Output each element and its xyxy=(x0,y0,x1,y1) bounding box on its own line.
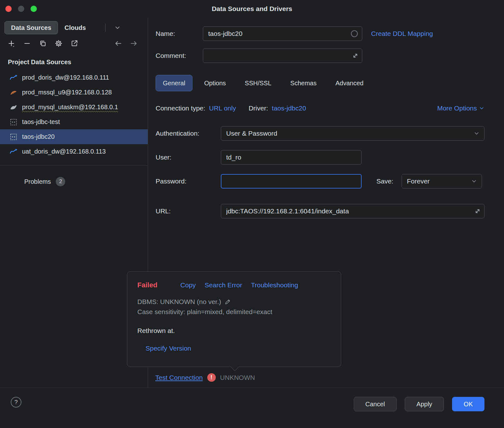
list-item-label: uat_doris_dw@192.168.0.113 xyxy=(22,148,106,155)
window-title: Data Sources and Drivers xyxy=(212,5,292,13)
name-row: Name: Create DDL Mapping xyxy=(156,26,484,41)
password-label: Password: xyxy=(156,177,221,185)
sidebar-tabs: Data Sources Clouds xyxy=(0,20,148,35)
sidebar-separator xyxy=(0,165,148,166)
edit-pencil-icon[interactable] xyxy=(224,298,231,305)
expand-icon[interactable] xyxy=(352,53,358,59)
dialog-footer: ? Cancel Apply OK xyxy=(0,388,504,428)
tab-clouds[interactable]: Clouds xyxy=(58,21,93,34)
mssql-icon xyxy=(9,88,18,97)
url-label: URL: xyxy=(156,207,221,215)
sidebar-toolbar xyxy=(0,35,148,49)
tab-schemas[interactable]: Schemas xyxy=(283,75,324,91)
doris-icon xyxy=(9,74,18,82)
url-row: URL: xyxy=(156,204,484,218)
connection-result-popup: Failed Copy Search Error Troubleshooting… xyxy=(127,271,341,367)
list-item-label: prod_mysql_utaskm@192.168.0.1 xyxy=(22,104,118,111)
problems-toggle[interactable]: Problems 2 xyxy=(0,177,148,186)
search-error-link[interactable]: Search Error xyxy=(205,281,242,289)
comment-row: Comment: xyxy=(156,48,484,63)
test-connection-row: Test Connection ! UNKNOWN xyxy=(155,373,255,382)
ok-button[interactable]: OK xyxy=(452,397,484,411)
list-item-label: taos-jdbc20 xyxy=(22,133,54,140)
troubleshooting-link[interactable]: Troubleshooting xyxy=(251,281,298,289)
tab-ssh-ssl[interactable]: SSH/SSL xyxy=(238,75,278,91)
more-options-label: More Options xyxy=(437,104,477,112)
tab-options[interactable]: Options xyxy=(197,75,233,91)
duplicate-icon[interactable] xyxy=(37,38,49,49)
problems-label: Problems xyxy=(24,178,51,185)
create-ddl-mapping-link[interactable]: Create DDL Mapping xyxy=(371,30,433,37)
open-in-new-icon[interactable] xyxy=(68,38,81,49)
failed-status: Failed xyxy=(137,281,158,289)
dbms-line: DBMS: UNKNOWN (no ver.) xyxy=(137,297,221,307)
authentication-value: User & Password xyxy=(226,130,277,137)
tab-advanced[interactable]: Advanced xyxy=(328,75,371,91)
tdengine-icon xyxy=(9,133,18,141)
list-item-taos-jdbc20[interactable]: taos-jdbc20 xyxy=(0,129,148,144)
mysql-icon xyxy=(9,103,18,111)
list-item-uat-doris-dw[interactable]: uat_doris_dw@192.168.0.113 xyxy=(0,144,148,159)
list-item-label: taos-jdbc-test xyxy=(22,118,60,126)
save-value: Forever xyxy=(407,177,430,185)
specify-version-link[interactable]: Specify Version xyxy=(146,345,191,352)
copy-link[interactable]: Copy xyxy=(180,281,196,289)
name-input[interactable] xyxy=(203,26,362,41)
list-item-taos-jdbc-test[interactable]: taos-jdbc-test xyxy=(0,115,148,129)
tab-data-sources[interactable]: Data Sources xyxy=(4,21,58,34)
tabs-separator xyxy=(105,24,106,32)
user-input[interactable] xyxy=(221,150,362,165)
comment-input[interactable] xyxy=(203,48,362,63)
titlebar: Data Sources and Drivers xyxy=(0,0,504,18)
driver-label: Driver: xyxy=(249,104,268,112)
minimize-window-button[interactable] xyxy=(18,6,24,12)
zoom-window-button[interactable] xyxy=(31,6,37,12)
chevron-down-icon[interactable] xyxy=(111,22,124,33)
forward-arrow-icon[interactable] xyxy=(128,38,140,49)
authentication-label: Authentication: xyxy=(156,130,221,137)
user-label: User: xyxy=(156,154,221,161)
settings-tabs: General Options SSH/SSL Schemas Advanced xyxy=(156,75,484,91)
driver-link[interactable]: taos-jdbc20 xyxy=(272,104,306,112)
list-item-prod-mysql-utaskm[interactable]: prod_mysql_utaskm@192.168.0.1 xyxy=(0,100,148,115)
password-input[interactable] xyxy=(221,174,362,189)
data-source-list: prod_doris_dw@192.168.0.111 prod_mssql_u… xyxy=(0,68,148,159)
back-arrow-icon[interactable] xyxy=(112,38,124,49)
popup-header: Failed Copy Search Error Troubleshooting xyxy=(137,281,331,289)
doris-icon xyxy=(9,148,18,156)
name-loading-circle-icon xyxy=(350,30,358,38)
save-label: Save: xyxy=(376,177,393,185)
name-label: Name: xyxy=(156,30,203,37)
list-item-prod-mssql-u9[interactable]: prod_mssql_u9@192.168.0.128 xyxy=(0,85,148,100)
project-data-sources-title: Project Data Sources xyxy=(0,49,148,68)
apply-button[interactable]: Apply xyxy=(405,397,444,411)
authentication-select[interactable]: User & Password xyxy=(221,126,484,141)
cancel-button[interactable]: Cancel xyxy=(354,397,397,411)
connection-type-link[interactable]: URL only xyxy=(209,104,236,112)
url-input[interactable] xyxy=(221,204,484,218)
tab-general[interactable]: General xyxy=(156,75,192,91)
data-sources-dialog: Data Sources and Drivers Data Sources Cl… xyxy=(0,0,504,428)
list-item-label: prod_doris_dw@192.168.0.111 xyxy=(22,74,109,81)
rethrown-line: Rethrown at. xyxy=(137,327,331,335)
more-options-link[interactable]: More Options xyxy=(437,104,484,112)
remove-data-source-button[interactable] xyxy=(21,38,33,49)
password-row: Password: Save: Forever xyxy=(156,174,484,189)
expand-icon[interactable] xyxy=(474,208,481,214)
list-item-prod-doris-dw[interactable]: prod_doris_dw@192.168.0.111 xyxy=(0,70,148,85)
chevron-down-icon xyxy=(479,105,484,111)
help-icon[interactable]: ? xyxy=(11,397,21,408)
close-window-button[interactable] xyxy=(5,6,12,12)
connection-type-label: Connection type: xyxy=(156,104,205,112)
case-sensitivity-line: Case sensitivity: plain=mixed, delimited… xyxy=(137,307,331,317)
test-status-text: UNKNOWN xyxy=(220,374,255,381)
add-data-source-button[interactable] xyxy=(5,38,18,49)
popup-details: DBMS: UNKNOWN (no ver.) Case sensitivity… xyxy=(137,297,331,317)
gear-icon[interactable] xyxy=(52,38,65,49)
test-connection-link[interactable]: Test Connection xyxy=(155,374,203,381)
traffic-lights xyxy=(5,6,37,12)
problems-count-badge: 2 xyxy=(56,177,65,186)
connection-type-row: Connection type: URL only Driver: taos-j… xyxy=(156,104,484,112)
save-select[interactable]: Forever xyxy=(402,174,482,189)
sidebar: Data Sources Clouds xyxy=(0,18,148,388)
